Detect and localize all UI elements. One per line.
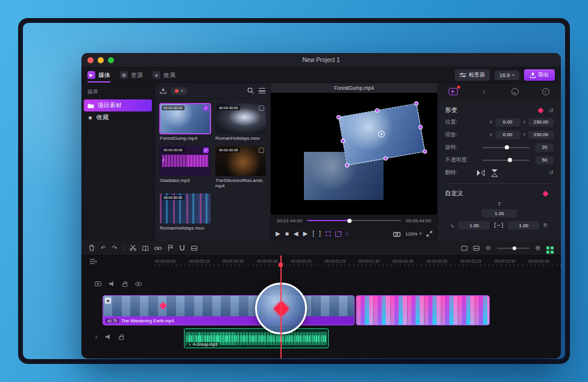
- checkbox[interactable]: [259, 148, 264, 153]
- split-scissors-icon[interactable]: [130, 245, 136, 251]
- lock-track-icon[interactable]: [122, 283, 127, 287]
- opacity-slider[interactable]: [482, 160, 530, 161]
- render-preview-icon[interactable]: [546, 246, 549, 249]
- right-value-field[interactable]: 1.00: [508, 221, 539, 230]
- inspector-body: 形变 ↺ 位置: X 0.00 Y 230.00 缩放: X: [438, 100, 561, 234]
- flip-horizontal-icon[interactable]: [476, 169, 485, 177]
- playhead[interactable]: [280, 255, 282, 359]
- play-button[interactable]: ▶: [276, 231, 280, 237]
- position-x-field[interactable]: 0.00: [495, 118, 520, 127]
- mark-out-button[interactable]: ]: [319, 231, 321, 237]
- flip-vertical-icon[interactable]: [491, 169, 498, 177]
- scale-x-field[interactable]: 0.00: [495, 131, 520, 139]
- library-item-romanholidays[interactable]: 00:00:30:00 RomanHolidays.mov: [215, 104, 266, 141]
- resize-handle[interactable]: [340, 139, 345, 143]
- fullscreen-icon[interactable]: [426, 231, 432, 237]
- keyframe-icon[interactable]: [543, 190, 549, 196]
- snapshot-camera-icon[interactable]: [393, 231, 400, 237]
- track-height-icon[interactable]: [473, 246, 479, 251]
- preview-viewport[interactable]: [271, 93, 437, 214]
- selection-tool-icon[interactable]: [326, 231, 330, 236]
- track-options-icon[interactable]: [191, 246, 197, 251]
- library-item-gladiator[interactable]: 00:02:00:00 ✓ ♪ Gladiator.mp3: [160, 146, 210, 189]
- preview-zoom-select[interactable]: 120% ▾: [405, 231, 422, 237]
- timeline-ruler[interactable]: 00:00:00:00 00:00:00:15 00:00:00:30 00:0…: [81, 255, 561, 268]
- tab-resources[interactable]: ▦ 资源: [120, 67, 143, 83]
- selected-clip[interactable]: [338, 103, 425, 166]
- seek-handle[interactable]: [347, 219, 352, 223]
- library-item-romanholidays-2[interactable]: 00:00:30:00 RomanHolidays.mov: [160, 193, 210, 231]
- sidebar-item-project-media[interactable]: 项目素材: [84, 99, 152, 111]
- position-y-field[interactable]: 230.00: [528, 118, 554, 127]
- reset-icon[interactable]: ↺: [549, 169, 554, 176]
- tab-effects[interactable]: ◈ 效果: [153, 67, 175, 83]
- export-button[interactable]: 导出: [524, 69, 555, 81]
- link-clips-icon[interactable]: [154, 246, 162, 251]
- scale-y-field[interactable]: 230.00: [528, 131, 554, 139]
- timeline-zoom-slider[interactable]: [497, 248, 530, 249]
- hide-track-icon[interactable]: [135, 282, 142, 286]
- zoom-in-icon[interactable]: ⊕: [536, 245, 540, 251]
- rotate-value-field[interactable]: 20: [536, 143, 554, 152]
- crop-tool-icon[interactable]: [335, 231, 341, 237]
- resize-handle[interactable]: [422, 149, 427, 154]
- checkbox[interactable]: [259, 105, 264, 111]
- top-value-field[interactable]: 1.00: [482, 209, 517, 218]
- previous-frame-button[interactable]: ◀: [294, 231, 299, 237]
- library-item-forestgump[interactable]: 00:02:00:00 ✓ ForestGump.mp4: [160, 104, 210, 141]
- rotate-handle-icon[interactable]: [378, 130, 385, 138]
- split-clip-icon[interactable]: [142, 246, 148, 251]
- list-view-icon[interactable]: [259, 88, 265, 93]
- record-button[interactable]: ▾: [171, 87, 187, 95]
- resize-handle[interactable]: [336, 114, 341, 119]
- delete-icon[interactable]: [89, 245, 95, 251]
- checkbox[interactable]: ✓: [203, 148, 209, 153]
- tab-media[interactable]: ▶ 媒体: [87, 67, 110, 83]
- snap-magnet-icon[interactable]: [179, 245, 185, 251]
- tab-audio-settings[interactable]: ♪: [478, 86, 491, 97]
- audio-tool-icon[interactable]: ♪: [346, 231, 349, 237]
- slider-handle[interactable]: [513, 246, 516, 250]
- library-item-silenceofthelamb[interactable]: 00:02:00:00 TheSilenceoftheLamb.mp4: [215, 146, 266, 189]
- import-icon[interactable]: [160, 87, 166, 94]
- aspect-ratio-select[interactable]: 16:9 ▾: [495, 70, 519, 80]
- next-frame-button[interactable]: ▶: [303, 231, 308, 237]
- checkbox[interactable]: ✓: [203, 105, 209, 111]
- zoom-out-icon[interactable]: ⊖: [485, 245, 490, 251]
- marker-icon[interactable]: [168, 245, 173, 251]
- left-value-field[interactable]: 1.00: [458, 221, 490, 230]
- ruler-label: 00:00:02:15: [461, 259, 495, 263]
- mute-track-icon[interactable]: [109, 281, 115, 287]
- lock-track-icon[interactable]: [119, 336, 124, 340]
- search-icon[interactable]: [247, 87, 254, 94]
- reset-icon[interactable]: ↺: [549, 107, 554, 114]
- slider-handle[interactable]: [505, 145, 509, 149]
- tab-info[interactable]: i: [539, 86, 552, 97]
- media-library-panel: ▾ 00:02:00:00 ✓ ForestGump.mp4: [155, 83, 271, 241]
- seek-bar[interactable]: [307, 220, 400, 221]
- resize-handle[interactable]: [383, 156, 388, 161]
- link-values-icon[interactable]: [494, 222, 504, 228]
- video-clip-transitions[interactable]: [356, 295, 490, 325]
- mute-track-icon[interactable]: [106, 334, 111, 340]
- keyframe-icon[interactable]: [537, 107, 543, 113]
- fit-timeline-icon[interactable]: [461, 246, 467, 251]
- audio-clip-group[interactable]: ♪ 4-Group.mp3: [184, 328, 329, 348]
- tab-video-settings[interactable]: [447, 86, 460, 97]
- slider-handle[interactable]: [508, 158, 512, 162]
- mark-in-button[interactable]: [: [312, 231, 314, 237]
- stop-button[interactable]: ■: [285, 231, 289, 237]
- tab-color-settings[interactable]: [508, 86, 522, 97]
- opacity-value-field[interactable]: 50: [536, 156, 554, 164]
- rotate-slider[interactable]: [482, 147, 530, 148]
- resize-handle[interactable]: [418, 125, 423, 130]
- undo-icon[interactable]: ↶: [101, 245, 106, 251]
- resize-handle[interactable]: [414, 101, 419, 106]
- inspector-toggle-button[interactable]: 检查器: [455, 69, 490, 81]
- resize-handle[interactable]: [375, 108, 379, 113]
- video-clip-wandering-earth[interactable]: ▦ x0.75 The Wandering Earth.mp4: [103, 295, 355, 325]
- playhead-handle[interactable]: [279, 263, 283, 267]
- sidebar-item-favorites[interactable]: ★ 收藏: [81, 111, 154, 124]
- manage-tracks-icon[interactable]: [90, 258, 97, 265]
- redo-icon[interactable]: ↷: [112, 245, 116, 251]
